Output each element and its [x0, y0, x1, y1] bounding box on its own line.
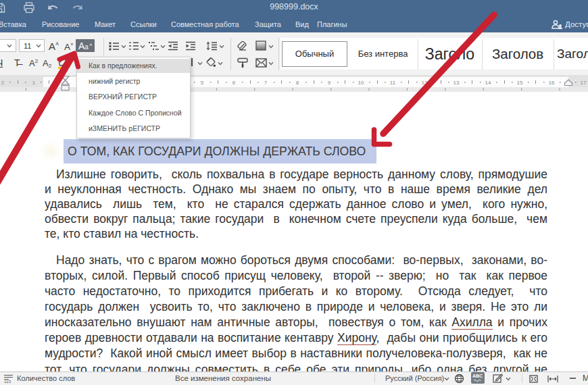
svg-text:8: 8: [296, 80, 299, 86]
svg-text:17: 17: [581, 80, 587, 86]
svg-text:10: 10: [358, 80, 364, 86]
svg-text:6: 6: [232, 80, 236, 86]
svg-text:9: 9: [328, 80, 331, 86]
svg-text:15: 15: [517, 80, 523, 86]
svg-text:1: 1: [32, 80, 36, 86]
svg-text:5: 5: [201, 80, 204, 86]
svg-text:12: 12: [422, 80, 428, 86]
svg-text:14: 14: [485, 80, 491, 86]
svg-text:11: 11: [390, 80, 396, 86]
svg-text:16: 16: [549, 80, 555, 86]
svg-text:7: 7: [264, 80, 268, 86]
svg-text:123: 123: [4, 380, 11, 383]
svg-text:2: 2: [1, 80, 5, 86]
svg-text:13: 13: [454, 80, 460, 86]
